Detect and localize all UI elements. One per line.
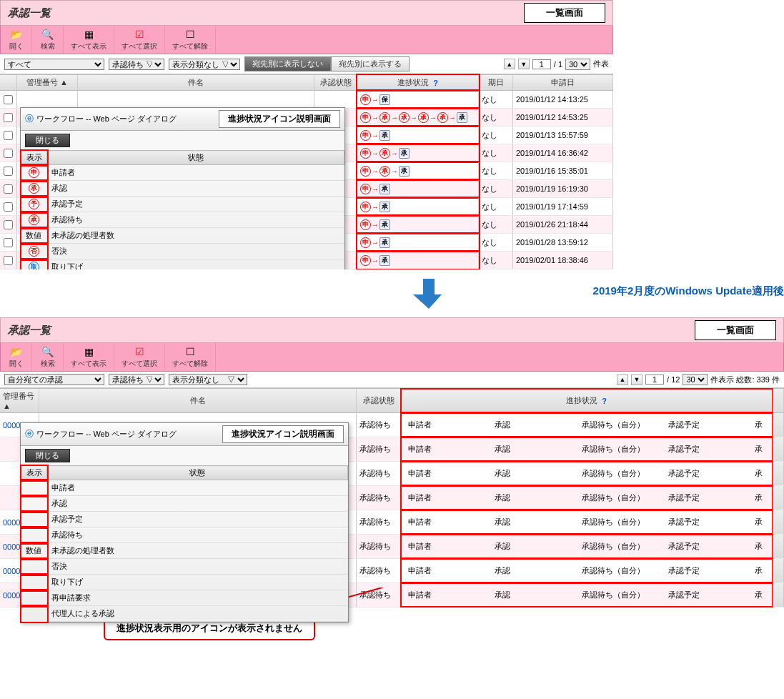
row-checkbox[interactable]	[4, 184, 13, 194]
row-checkbox[interactable]	[4, 256, 13, 265]
tool-search[interactable]: 🔍検索	[32, 26, 64, 54]
seg-show[interactable]: 宛先別に表示する	[331, 56, 410, 71]
bottom-panel: 承認一覧 一覧画面 📂開く 🔍検索 ▦すべて表示 ☑すべて選択 ☐すべて解除 自…	[0, 317, 784, 608]
category-select[interactable]: 表示分類なし ▽	[169, 374, 247, 385]
scrollbar-track[interactable]	[773, 486, 784, 510]
page-prev-icon[interactable]: ▲	[504, 59, 515, 69]
scope-select[interactable]: すべて	[4, 59, 104, 70]
row-checkbox[interactable]	[4, 113, 13, 122]
prog-c3: 承認待ち（自分）	[577, 541, 664, 552]
uncheck-icon: ☐	[186, 28, 195, 41]
grid-icon: ▦	[84, 345, 94, 358]
row-checkbox[interactable]	[4, 149, 13, 158]
help-icon[interactable]: ?	[433, 79, 438, 87]
scrollbar-track[interactable]	[773, 413, 784, 437]
cell-progress: 申→承→承→承→承→承	[357, 109, 479, 126]
step-申-icon: 申	[360, 184, 371, 194]
page-input[interactable]	[532, 59, 551, 69]
prog-c5: 承	[750, 468, 769, 479]
row-checkbox[interactable]	[4, 131, 13, 140]
col-due[interactable]: 期日	[479, 75, 513, 90]
tool-open[interactable]: 📂開く	[1, 26, 32, 54]
prog-c1: 申請者	[404, 468, 490, 479]
dialog-window-title: ワークフロー -- Web ページ ダイアログ	[36, 429, 177, 440]
scrollbar-track[interactable]	[773, 437, 784, 461]
legend-name: 未承認の処理者数	[47, 228, 344, 244]
prog-c3: 承認待ち（自分）	[577, 590, 664, 600]
legend-row: 否否決	[21, 244, 344, 259]
legend-row: 承承認	[21, 181, 344, 197]
per-page-select[interactable]: 30	[565, 59, 590, 70]
cell-date: 2019/01/19 17:14:59	[513, 198, 613, 215]
prog-c5: 承	[750, 565, 769, 576]
scrollbar-track[interactable]	[773, 510, 784, 534]
tool-clearall[interactable]: ☐すべて解除	[165, 343, 216, 371]
dialog-titlebar: ⓔ ワークフロー -- Web ページ ダイアログ 進捗状況アイコン説明画面	[21, 108, 344, 131]
scrollbar-track[interactable]	[773, 559, 784, 582]
dialog-close-button[interactable]: 閉じる	[25, 134, 70, 147]
page-prev-icon[interactable]: ▲	[617, 375, 628, 385]
cell-progress: 申→承	[357, 216, 479, 233]
page-next-icon[interactable]: ▼	[518, 59, 530, 69]
legend-row: 取り下げ	[21, 575, 348, 590]
cell-date: 2019/01/12 14:53:25	[513, 109, 613, 126]
dest-toggle[interactable]: 宛先別に表示しない 宛先別に表示する	[244, 56, 410, 71]
page-input[interactable]	[645, 375, 664, 385]
tool-open[interactable]: 📂開く	[1, 343, 32, 371]
grid-icon: ▦	[84, 28, 94, 41]
col-progress[interactable]: 進捗状況?	[357, 75, 479, 90]
dialog-close-button[interactable]: 閉じる	[25, 449, 70, 462]
col-subject[interactable]: 件名	[78, 75, 314, 90]
row-checkbox[interactable]	[4, 167, 13, 176]
step-承-icon: 承	[399, 166, 410, 177]
scrollbar-track[interactable]	[773, 583, 784, 607]
legend-row: 数値未承認の処理者数	[21, 228, 344, 244]
per-page-select[interactable]: 30	[683, 374, 708, 385]
row-checkbox[interactable]	[4, 95, 13, 104]
tool-clearall[interactable]: ☐すべて解除	[165, 26, 216, 54]
col-mgr[interactable]: 管理番号 ▲	[17, 75, 78, 90]
legend-name: 取り下げ	[47, 259, 344, 270]
scrollbar-track[interactable]	[773, 535, 784, 558]
legend-row: 再申請要求	[21, 590, 348, 606]
step-申-icon: 申	[360, 112, 371, 123]
list-screen-button[interactable]: 一覧画面	[695, 320, 776, 340]
prog-c4: 承認予定	[664, 565, 750, 576]
prog-c1: 申請者	[404, 444, 490, 455]
page-next-icon[interactable]: ▼	[631, 375, 642, 385]
legend-row: 否決	[21, 559, 348, 575]
prog-c4: 承認予定	[664, 444, 750, 455]
scope-select[interactable]: 自分宛ての承認	[4, 374, 104, 385]
tool-showall[interactable]: ▦すべて表示	[64, 343, 114, 371]
seg-hide[interactable]: 宛先別に表示しない	[244, 56, 331, 71]
prog-c4: 承認予定	[664, 492, 750, 503]
col-progress[interactable]: 進捗状況?	[401, 389, 773, 412]
table-row[interactable]: 申→保なし2019/01/12 14:13:25	[0, 91, 613, 109]
cell-progress: 申→承→承	[357, 144, 479, 162]
col-apply-date[interactable]: 申請日	[513, 75, 613, 90]
legend-row: 予承認予定	[21, 197, 344, 212]
tool-search[interactable]: 🔍検索	[32, 343, 64, 371]
col-approval-status[interactable]: 承認状態	[314, 75, 357, 90]
status-select[interactable]: 承認待ち ▽	[109, 59, 164, 70]
prog-c2: 承認	[490, 565, 577, 576]
row-checkbox[interactable]	[4, 202, 13, 212]
tool-showall[interactable]: ▦すべて表示	[64, 26, 114, 54]
help-icon[interactable]: ?	[602, 397, 607, 405]
scrollbar-track[interactable]	[773, 462, 784, 485]
tool-selectall[interactable]: ☑すべて選択	[114, 343, 165, 371]
col-approval-status[interactable]: 承認状態	[357, 389, 401, 412]
list-screen-button[interactable]: 一覧画面	[524, 3, 605, 23]
row-checkbox[interactable]	[4, 220, 13, 229]
legend-empty-icon: 数値	[21, 543, 47, 559]
tool-selectall[interactable]: ☑すべて選択	[114, 26, 165, 54]
col-subject[interactable]: 件名	[39, 389, 357, 412]
cell-progress: 申請者承認承認待ち（自分）承認予定承	[401, 437, 773, 461]
category-select[interactable]: 表示分類なし ▽	[169, 59, 240, 70]
status-select[interactable]: 承認待ち ▽	[109, 374, 164, 385]
scrollbar-icon[interactable]	[773, 389, 784, 412]
legend-row: 取取り下げ	[21, 259, 344, 270]
col-mgr[interactable]: 管理番号 ▲	[0, 389, 39, 412]
cell-due: なし	[479, 91, 513, 108]
row-checkbox[interactable]	[4, 238, 13, 247]
